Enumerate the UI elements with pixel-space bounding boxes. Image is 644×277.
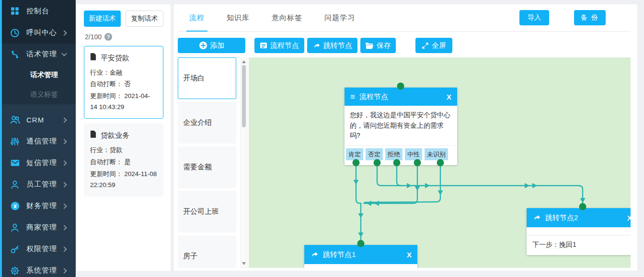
sidebar-item-label: 员工管理 xyxy=(26,180,62,189)
tab-knowledge-base[interactable]: 知识库 xyxy=(227,4,250,31)
sidebar-subitem-label: 话术管理 xyxy=(30,70,58,79)
script-card[interactable]: 平安贷款 行业：金融 自动打断： 否 更新时间： 2021-04-14 10:4… xyxy=(84,46,163,119)
script-card-title: 平安贷款 xyxy=(101,52,129,64)
sidebar-item-merchant-mgmt[interactable]: 商家管理 xyxy=(0,217,76,238)
node-list-scrollbar[interactable] xyxy=(241,57,247,268)
tab-intent-tags[interactable]: 意向标签 xyxy=(272,4,302,31)
chevron-right-icon xyxy=(61,30,67,35)
sidebar-item-label: 系统管理 xyxy=(26,266,62,275)
script-card[interactable]: 贷款业务 行业：贷款 自动打断： 是 更新时间： 2024-11-08 22:2… xyxy=(84,123,163,196)
help-icon[interactable]: ? xyxy=(104,33,112,41)
close-icon[interactable]: X xyxy=(407,251,412,259)
sidebar-item-script-mgmt[interactable]: 话术管理 xyxy=(0,44,76,65)
flow-list-item-company-job[interactable]: 开公司上班 xyxy=(178,191,236,233)
sidebar-spacer xyxy=(0,104,76,109)
tag-affirm[interactable]: 肯定 xyxy=(346,148,363,160)
close-icon[interactable]: X xyxy=(627,214,631,222)
jump-node-1-title: 跳转节点1 xyxy=(323,250,356,259)
sidebar-item-label: 商家管理 xyxy=(26,223,62,232)
menu-icon: ≡ xyxy=(350,93,355,101)
jump-node-2-next-step: 下一步：挽回1 xyxy=(527,235,631,255)
fullscreen-label: 全屏 xyxy=(432,41,446,50)
wire-neutral xyxy=(364,163,417,203)
sidebar-subitem-label: 语义标签 xyxy=(30,90,58,99)
chevron-right-icon xyxy=(61,117,67,122)
tag-unrecognized[interactable]: 未识别 xyxy=(425,148,448,160)
flow-node-label: 流程节点 xyxy=(270,41,299,50)
scrollbar-thumb[interactable] xyxy=(242,65,246,127)
sidebar-item-label: 通信管理 xyxy=(26,137,62,146)
tab-flow[interactable]: 流程 xyxy=(189,4,205,31)
jump-node-2[interactable]: 跳转节点2 X 下一步：挽回1 xyxy=(527,208,631,255)
folder-icon xyxy=(365,42,374,49)
tag-refuse[interactable]: 拒绝 xyxy=(385,148,402,160)
flow-list-item-company-intro[interactable]: 企业介绍 xyxy=(178,102,236,144)
sidebar-item-sms-mgmt[interactable]: 短信管理 xyxy=(0,152,76,174)
add-node-label: 添加 xyxy=(210,41,225,50)
flow-toolbar: 添加 流程节点 跳转节点 保存 全屏 xyxy=(178,38,631,53)
sidebar-item-system-mgmt[interactable]: 系统管理 xyxy=(0,260,76,277)
jump-node-label: 跳转节点 xyxy=(323,41,352,50)
scroll-up-icon[interactable] xyxy=(242,60,246,63)
jump-node-button[interactable]: 跳转节点 xyxy=(307,38,357,53)
flow-list-item-house[interactable]: 房子 xyxy=(178,235,236,268)
flow-node-card[interactable]: ≡ 流程节点 X 您好，我这边是中国平安个贷中心的，请问您近期有资金上的需求吗?… xyxy=(345,88,457,165)
grid-icon xyxy=(10,6,20,16)
sidebar-subitem-script-mgmt[interactable]: 话术管理 xyxy=(0,65,76,85)
editor-tabs: 流程 知识库 意向标签 问题学习 导入 备 份 xyxy=(178,4,631,32)
jump-node-2-header[interactable]: 跳转节点2 X xyxy=(527,208,631,227)
wire-refuse xyxy=(397,163,401,186)
person-icon xyxy=(10,179,20,190)
copy-script-button[interactable]: 复制话术 xyxy=(126,11,163,27)
sidebar-item-call-center[interactable]: 呼叫中心 xyxy=(0,22,76,44)
script-card-industry: 行业：金融 xyxy=(90,67,157,78)
tag-negative[interactable]: 否定 xyxy=(366,148,383,160)
sidebar-item-console[interactable]: 控制台 xyxy=(0,0,76,22)
script-card-industry: 行业：贷款 xyxy=(90,145,157,156)
sidebar-item-permission-mgmt[interactable]: 权限管理 xyxy=(0,238,76,260)
save-label: 保存 xyxy=(377,41,391,50)
sidebar: 控制台 呼叫中心 话术管理 话术管理 语义标签 CRM xyxy=(0,0,76,277)
sidebar-item-finance-mgmt[interactable]: ¥ 财务管理 xyxy=(0,195,76,217)
backup-button[interactable]: 备 份 xyxy=(574,10,606,25)
tab-question-learning[interactable]: 问题学习 xyxy=(324,4,355,31)
tag-neutral[interactable]: 中性 xyxy=(405,148,422,160)
flow-node-button[interactable]: 流程节点 xyxy=(254,38,304,53)
close-icon[interactable]: X xyxy=(447,93,451,101)
sidebar-item-label: 权限管理 xyxy=(26,244,62,254)
fullscreen-icon xyxy=(422,42,429,49)
jump-node-1-header[interactable]: 跳转节点1 X xyxy=(304,245,417,264)
sidebar-subitem-semantic-tags[interactable]: 语义标签 xyxy=(0,85,76,104)
flow-node-text[interactable]: 您好，我这边是中国平安个贷中心的，请问您近期有资金上的需求吗? xyxy=(345,106,457,146)
wire-negative-to-jump2 xyxy=(377,163,583,204)
jump-node-1[interactable]: 跳转节点1 X xyxy=(304,245,417,268)
yen-icon: ¥ xyxy=(10,201,20,211)
wire-affirm xyxy=(356,163,361,203)
sidebar-item-label: 控制台 xyxy=(26,7,76,16)
scroll-down-icon[interactable] xyxy=(242,262,246,265)
editor-panel: 流程 知识库 意向标签 问题学习 导入 备 份 添加 流程节点 跳转节点 xyxy=(174,4,637,271)
key-icon xyxy=(10,244,20,255)
save-button[interactable]: 保存 xyxy=(360,38,396,53)
flow-canvas[interactable]: ≡ 流程节点 X 您好，我这边是中国平安个贷中心的，请问您近期有资金上的需求吗?… xyxy=(249,57,631,268)
sidebar-item-label: 短信管理 xyxy=(26,158,62,167)
sidebar-item-crm[interactable]: CRM xyxy=(0,109,76,131)
fullscreen-button[interactable]: 全屏 xyxy=(415,38,452,53)
sidebar-item-staff-mgmt[interactable]: 员工管理 xyxy=(0,174,76,195)
sidebar-item-comm-mgmt[interactable]: 通信管理 xyxy=(0,131,76,152)
flow-list-item-opening[interactable]: 开场白 xyxy=(178,57,236,99)
flow-node-header[interactable]: ≡ 流程节点 X xyxy=(345,88,457,106)
new-script-button[interactable]: 新建话术 xyxy=(84,11,121,27)
document-icon xyxy=(90,52,96,64)
script-card-interrupt: 自动打断： 否 xyxy=(90,79,157,90)
chevron-right-icon xyxy=(61,225,67,230)
add-node-button[interactable]: 添加 xyxy=(178,38,245,53)
import-button[interactable]: 导入 xyxy=(519,10,549,25)
plus-circle-icon xyxy=(199,41,207,50)
flow-list-item-amount[interactable]: 需要金额 xyxy=(178,146,236,188)
chevron-right-icon xyxy=(61,268,67,273)
jump-arrow-icon xyxy=(312,42,321,50)
sidebar-group-scripts: 话术管理 话术管理 语义标签 xyxy=(0,44,76,104)
script-card-updated: 更新时间： 2021-04-14 10:43:29 xyxy=(90,91,157,113)
flow-node-title: 流程节点 xyxy=(359,92,388,101)
